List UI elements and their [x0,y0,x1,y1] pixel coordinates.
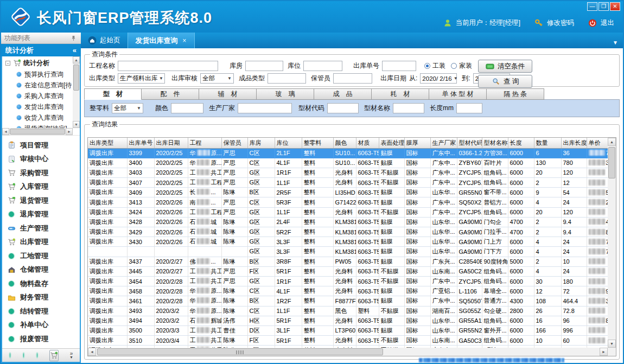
material-tab[interactable]: 配 件 [142,88,199,100]
column-header[interactable]: 库房 [247,138,275,148]
change-password-button[interactable]: 修改密码 [547,18,574,28]
radio-home[interactable] [451,63,457,69]
table-row[interactable]: 调拨出库34932020/3/2华原...陈琳C区1L1F整料黑色塑料不贴膜国标… [88,306,608,316]
table-row[interactable]: 调拨出库34282020/2/26石城陈琳G区2L4F整料KLM38176063… [88,217,608,227]
table-row[interactable]: 调拨出库35102020/3/4工共工程陈琳F区5R1F整料光身料6063-T5… [88,336,608,346]
table-row[interactable]: 调拨出库34032020/2/25工共工程严思G区1R1F整料光身料6063-T… [88,168,608,177]
scroll-down-icon[interactable]: ▼ [608,340,616,348]
table-row[interactable]: 调拨出库35002020/3/3工共工程曹佳D区3L1F整料LT3P606063… [88,325,608,335]
tree-item[interactable]: 收货入库查询 [2,112,73,123]
tab-shipping-query[interactable]: 发货出库查询 × [128,33,195,48]
collapse-icon[interactable]: « [73,46,77,54]
tree-item[interactable]: 发货出库查询 [2,101,73,112]
module-dot-icon[interactable] [22,352,25,359]
column-header[interactable]: 整零料 [302,138,333,148]
vscroll-thumb[interactable] [608,147,615,178]
product-type-input[interactable] [268,73,306,84]
material-tab[interactable]: 辅 材 [199,88,257,100]
sidebar-module-clipboard[interactable]: 项目管理 [7,138,80,152]
scroll-up-icon[interactable]: ▲ [73,56,80,63]
column-header[interactable]: 出库单号 [127,138,154,148]
table-row[interactable]: 调拨出库34452020/2/27工共工程严思F区5R1F整料光身料6063-T… [88,266,608,276]
sidebar-module-cart-in[interactable]: 入库管理 [7,180,80,194]
window-minimize-button[interactable]: — [587,2,597,11]
scroll-left-icon[interactable]: ◄ [2,128,9,135]
color-input[interactable] [171,103,203,113]
footer-expand-chevron[interactable]: »▼ [69,352,73,359]
module-dot-icon[interactable] [9,352,11,359]
grid-hscrollbar[interactable]: ◄ ► [88,348,608,356]
sidebar-module-machine[interactable]: 生产管理 [7,221,80,235]
sidebar-module-notepad[interactable]: 审核中心 [7,152,80,167]
table-row[interactable]: 调拨出库34372020/2/27佛...陈琳B区3R8F整料PW056063-… [88,257,608,266]
table-row[interactable]: 调拨出库34292020/2/26石城陈琳G区5R2F整料KLM38176063… [88,227,608,237]
tree-item[interactable]: 在途信息查询[待 [2,80,73,91]
footer-cart-button[interactable] [49,350,59,361]
material-tab[interactable]: 耗 材 [372,88,429,100]
column-header[interactable]: 材质 [356,138,379,148]
date-from-select[interactable]: 2020/ 2/16▼ [420,73,457,84]
window-close-button[interactable]: ✕ [610,2,620,11]
name-input[interactable] [393,103,424,113]
tree-item[interactable]: 退货查询[待定] [2,123,73,128]
location-input[interactable] [303,61,342,71]
table-row[interactable]: 调拨出库34942020/3/2石辉城汤伟H区5R1F整料光身料6063-T5贴… [88,316,608,325]
warehouse-input[interactable] [245,61,283,71]
column-header[interactable]: 膜厚 [404,138,430,148]
table-row[interactable]: 调拨出库34242020/2/26工工程严思G区1L1F整料光身料6063-T5… [88,207,608,217]
column-header[interactable]: 表面处理 [379,138,404,148]
scroll-right-icon[interactable]: ► [66,128,73,135]
table-row[interactable]: 调拨出库34002020/2/25华原...严思C区4L1F整料SU10...6… [88,158,608,168]
column-header[interactable]: 库位 [275,138,302,148]
sidebar-module-cart-out[interactable]: 出库管理 [7,235,80,250]
sidebar-module-circle[interactable]: 退库管理 [7,208,80,222]
column-header[interactable]: 出库日期 [154,138,188,148]
sidebar-module-cart-return[interactable]: 退货管理 [7,194,80,208]
grid-vscrollbar[interactable]: ▲ ▼ [608,138,616,348]
material-tab[interactable]: 单 体 型 材 [429,88,487,100]
column-header[interactable]: 保管员 [221,138,247,148]
table-row[interactable]: 调拨出库34582020/2/28华原...陈琳C区4L1F整料光身料6063-… [88,286,608,296]
table-row[interactable]: 调拨出库34072020/2/25工工程严思G区1L1F整料光身料6063-T5… [88,178,608,188]
logout-button[interactable]: 退出 [601,18,614,28]
column-header[interactable]: 颜色 [333,138,356,148]
tree-item[interactable]: 采购入库查询 [2,91,73,101]
column-header[interactable]: 型材代码 [457,138,482,148]
tab-close-icon[interactable]: × [183,37,187,44]
material-tab[interactable]: 型 材 [84,88,142,100]
search-button[interactable]: 查 询 [478,75,532,88]
outbound-type-select[interactable]: 生产领料出库▼ [118,73,165,84]
sidebar-module-folder[interactable]: 财务管理 [7,291,80,305]
length-input[interactable] [456,103,482,113]
table-row[interactable]: G区3L3F整料KLM38176063-T5贴膜国标山东华...GA90M09.… [88,247,608,257]
pin-icon[interactable] [69,35,78,41]
radio-industrial[interactable] [424,63,430,69]
scroll-up-icon[interactable]: ▲ [608,138,616,146]
tree-root[interactable]: - 统计分析 [2,58,73,69]
tab-home[interactable]: 起始页 [81,33,128,48]
sidebar-module-circle[interactable]: 工地管理 [7,249,80,263]
project-name-input[interactable] [118,61,218,71]
sidebar-module-circle[interactable]: 报废管理 [7,332,80,346]
sidebar-module-warehouse[interactable]: 仓储管理 [7,263,80,277]
scroll-right-icon[interactable]: ► [600,348,608,356]
tab-list-dropdown-icon[interactable]: ▼ [613,40,618,46]
module-dot-icon[interactable] [36,352,39,359]
material-tab[interactable]: 成 品 [314,88,372,100]
column-header[interactable]: 出库长度 [561,138,587,148]
whole-piece-select[interactable]: 全部▼ [112,103,143,113]
tree-vscrollbar[interactable]: ▲ ▼ [73,56,80,128]
column-header[interactable]: 出库类型 [88,138,127,148]
table-row[interactable]: 调拨出库34132020/2/26南...严思C区5R3F整料G71422606… [88,197,608,207]
window-maximize-button[interactable]: ❐ [598,2,609,11]
table-row[interactable]: 调拨出库34612020/2/28华原...陈琳B区1R2F整料F8877FT6… [88,296,608,306]
keeper-input[interactable] [333,73,372,84]
tree-hscrollbar[interactable]: ◄ ► [2,128,73,135]
column-header[interactable]: 数量 [534,138,561,148]
column-header[interactable]: 生产厂家 [430,138,457,148]
maker-input[interactable] [238,103,292,113]
section-header-stats[interactable]: 统计分析 « [1,44,81,56]
scroll-left-icon[interactable]: ◄ [88,348,96,356]
table-row[interactable]: 调拨出库34302020/2/26石城陈琳G区3L3F整料KLM38176063… [88,237,608,247]
hscroll-thumb[interactable] [97,348,383,355]
